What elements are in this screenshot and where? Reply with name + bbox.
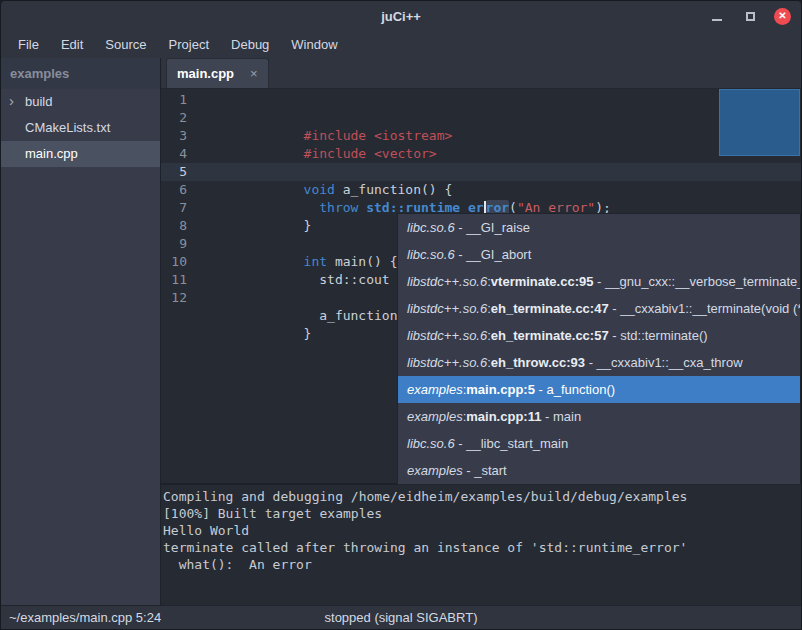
location-wrap: :eh_throw.cc:93: [487, 355, 585, 370]
dash-separator: -: [455, 436, 467, 451]
line-number: 8: [161, 217, 187, 235]
location-wrap: :main.cpp:11: [463, 409, 542, 424]
tab-label: main.cpp: [177, 66, 234, 81]
close-button[interactable]: ✕: [774, 8, 791, 25]
tree-item[interactable]: › build: [1, 89, 160, 115]
backtrace-item[interactable]: libc.so.6 - __GI_raise: [398, 214, 800, 241]
file-tree-sidebar: examples › build CMakeLists.txt: [1, 58, 161, 605]
function-name: _start: [474, 463, 507, 478]
chevron-right-icon[interactable]: ›: [9, 88, 14, 114]
code-line[interactable]: 2 #include <vector>: [161, 109, 801, 127]
location-wrap: :eh_terminate.cc:57: [487, 328, 608, 343]
tab-main-cpp[interactable]: main.cpp ×: [166, 58, 269, 88]
backtrace-item[interactable]: libstdc++.so.6:eh_throw.cc:93 - __cxxabi…: [398, 349, 800, 376]
menu-item[interactable]: Source: [94, 31, 157, 58]
editor-pane: main.cpp × 1 #include <iostream>: [161, 58, 801, 605]
code-text: void a_function() {: [187, 145, 452, 163]
menu-item[interactable]: Debug: [220, 31, 280, 58]
code-text: a_function();: [187, 271, 421, 289]
location-wrap: :eh_terminate.cc:47: [487, 301, 608, 316]
function-name: a_function(): [546, 382, 615, 397]
terminal-line: terminate called after throwing an insta…: [163, 539, 801, 556]
file-location: main.cpp:5: [466, 382, 535, 397]
backtrace-item[interactable]: libc.so.6 - __libc_start_main: [398, 430, 800, 457]
code-text: #include <iostream>: [187, 91, 452, 109]
location-wrap: :main.cpp:5: [463, 382, 535, 397]
code-line[interactable]: 6 }: [161, 181, 801, 199]
backtrace-item[interactable]: libc.so.6 - __GI_abort: [398, 241, 800, 268]
restore-button[interactable]: [741, 7, 759, 25]
dash-separator: -: [609, 301, 621, 316]
library-name: examples: [407, 409, 463, 424]
dash-separator: -: [609, 328, 621, 343]
code-segment: throw: [319, 200, 358, 215]
code-segment: }: [304, 326, 312, 341]
line-number: 2: [161, 109, 187, 127]
file-tree: › build CMakeLists.txt main.cpp: [1, 89, 160, 167]
file-location: eh_terminate.cc:57: [491, 328, 609, 343]
line-number: 7: [161, 199, 187, 217]
menu-bar: FileEditSourceProjectDebugWindow: [1, 31, 801, 58]
terminal-output[interactable]: Compiling and debugging /home/eidheim/ex…: [161, 485, 801, 605]
backtrace-item[interactable]: examples:main.cpp:5 - a_function(): [398, 376, 800, 403]
code-segment: a_function() {: [335, 182, 452, 197]
minimize-button[interactable]: [708, 7, 726, 25]
code-text: [187, 199, 319, 217]
line-number: 1: [161, 91, 187, 109]
tree-item[interactable]: CMakeLists.txt: [1, 115, 160, 141]
window-title: juCi++: [381, 9, 421, 24]
location-wrap: :vterminate.cc:95: [487, 274, 593, 289]
line-number: 3: [161, 127, 187, 145]
library-name: examples: [407, 463, 463, 478]
library-name: libc.so.6: [407, 436, 455, 451]
line-number: 4: [161, 145, 187, 163]
close-icon[interactable]: ×: [250, 66, 258, 81]
code-line[interactable]: 3: [161, 127, 801, 145]
function-name: std::terminate(): [620, 328, 707, 343]
function-name: __gnu_cxx::__verbose_terminate_handler(): [605, 274, 800, 289]
file-location: main.cpp:11: [466, 409, 541, 424]
tree-item-label: CMakeLists.txt: [25, 120, 110, 135]
code-line[interactable]: 4 void a_function() {: [161, 145, 801, 163]
dash-separator: -: [463, 463, 475, 478]
code-text: }: [187, 289, 319, 307]
tree-item[interactable]: main.cpp: [1, 141, 160, 167]
status-bar: stopped (signal SIGABRT) ~/examples/main…: [1, 605, 801, 629]
terminal-line: Compiling and debugging /home/eidheim/ex…: [163, 488, 801, 505]
scroll-overview-box: [719, 89, 800, 156]
backtrace-popup: libc.so.6 - __GI_raise libc.so.6 - __GI_…: [397, 213, 801, 485]
line-number: 5: [161, 163, 187, 181]
backtrace-item[interactable]: libstdc++.so.6:eh_terminate.cc:47 - __cx…: [398, 295, 800, 322]
terminal-line: [100%] Built target examples: [163, 505, 801, 522]
backtrace-item[interactable]: examples - _start: [398, 457, 800, 484]
line-number: 10: [161, 253, 187, 271]
code-text: [187, 253, 319, 271]
menu-item[interactable]: File: [7, 31, 50, 58]
line-number: 11: [161, 271, 187, 289]
restore-icon: [746, 12, 755, 21]
backtrace-item[interactable]: libstdc++.so.6:vterminate.cc:95 - __gnu_…: [398, 268, 800, 295]
dash-separator: -: [541, 409, 553, 424]
menu-item[interactable]: Project: [158, 31, 220, 58]
code-line[interactable]: 1 #include <iostream>: [161, 91, 801, 109]
titlebar[interactable]: juCi++ ✕: [1, 1, 801, 31]
code-text: }: [187, 181, 319, 199]
menu-item[interactable]: Edit: [50, 31, 94, 58]
function-name: __GI_abort: [466, 247, 531, 262]
file-location: eh_terminate.cc:47: [491, 301, 609, 316]
line-number: 12: [161, 289, 187, 307]
backtrace-item[interactable]: examples:main.cpp:11 - main: [398, 403, 800, 430]
library-name: libstdc++.so.6: [407, 274, 487, 289]
dash-separator: -: [585, 355, 597, 370]
minimize-icon: [712, 19, 722, 21]
dash-separator: -: [455, 220, 467, 235]
library-name: libc.so.6: [407, 220, 455, 235]
menu-item[interactable]: Window: [280, 31, 348, 58]
close-icon: ✕: [778, 11, 786, 21]
code-segment: main() {: [327, 254, 397, 269]
backtrace-item[interactable]: libstdc++.so.6:eh_terminate.cc:57 - std:…: [398, 322, 800, 349]
code-line[interactable]: 5 throw std::runtime_error("An error");: [161, 163, 801, 181]
terminal-line: what(): An error: [163, 556, 801, 573]
function-name: __cxxabiv1::__terminate(void (*)()): [620, 301, 800, 316]
function-name: __cxxabiv1::__cxa_throw: [597, 355, 743, 370]
